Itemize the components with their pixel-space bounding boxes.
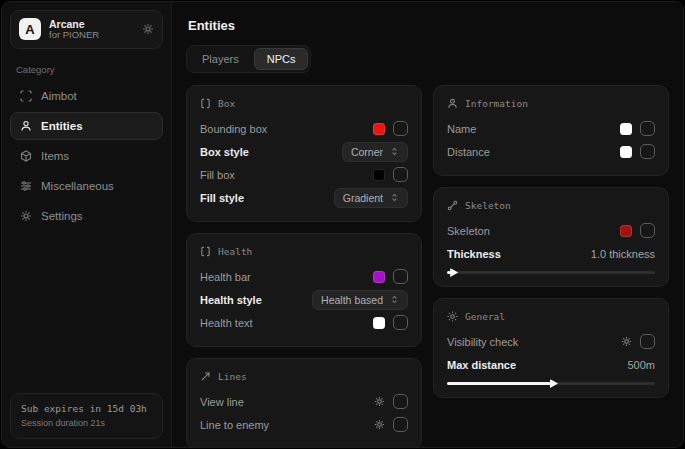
bone-icon (447, 200, 458, 211)
slider-thumb[interactable] (550, 379, 558, 388)
setting-row: Health style Health based (200, 288, 408, 311)
sliders-icon (20, 180, 32, 192)
thickness-slider[interactable] (447, 271, 655, 274)
sun-icon (447, 311, 458, 322)
cards-grid: Box Bounding box Box style Corner (186, 85, 669, 448)
chevron-up-down-icon (390, 147, 399, 156)
color-swatch[interactable] (373, 317, 385, 329)
person-icon (447, 98, 458, 109)
scan-icon (20, 90, 32, 102)
card-title: Box (218, 98, 235, 109)
health-bar-checkbox[interactable] (393, 269, 408, 284)
setting-row: Thickness 1.0 thickness (447, 242, 655, 265)
setting-row: Max distance 500m (447, 353, 655, 376)
entities-icon (20, 120, 32, 132)
chevron-up-down-icon (390, 193, 399, 202)
fill-style-dropdown[interactable]: Gradient (334, 188, 408, 208)
setting-row: Distance (447, 140, 655, 163)
setting-row: Box style Corner (200, 140, 408, 163)
line-to-enemy-checkbox[interactable] (393, 417, 408, 432)
setting-row: Fill box (200, 163, 408, 186)
setting-row: Visibility check (447, 330, 655, 353)
setting-row: View line (200, 390, 408, 413)
color-swatch[interactable] (620, 225, 632, 237)
sidebar-item-label: Entities (41, 120, 83, 132)
tab-players[interactable]: Players (189, 48, 252, 70)
logo-card: A Arcane for PIONER (10, 10, 163, 49)
diagonal-line-icon (200, 371, 211, 382)
main-content: Entities Players NPCs Box (172, 2, 683, 447)
gear-icon[interactable] (374, 396, 385, 407)
subscription-status: Sub expires in 15d 03h (21, 402, 152, 416)
tab-bar: Players NPCs (186, 45, 311, 73)
session-duration: Session duration 21s (21, 417, 152, 431)
card-title: General (465, 311, 505, 322)
thickness-value: 1.0 thickness (591, 248, 655, 260)
max-distance-slider[interactable] (447, 382, 655, 385)
information-card: Information Name Distance (433, 85, 669, 176)
max-distance-value: 500m (627, 359, 655, 371)
sidebar-item-label: Miscellaneous (41, 180, 114, 192)
sidebar-item-items[interactable]: Items (10, 142, 163, 170)
sidebar-item-label: Aimbot (41, 90, 77, 102)
general-card: General Visibility check (433, 298, 669, 398)
color-swatch[interactable] (373, 123, 385, 135)
lines-card: Lines View line (186, 358, 422, 448)
tab-npcs[interactable]: NPCs (254, 48, 309, 70)
setting-row: Skeleton (447, 219, 655, 242)
health-text-checkbox[interactable] (393, 315, 408, 330)
name-checkbox[interactable] (640, 121, 655, 136)
skeleton-card: Skeleton Skeleton Thickness 1.0 thicknes… (433, 187, 669, 287)
visibility-check-checkbox[interactable] (640, 334, 655, 349)
category-label: Category (16, 64, 157, 75)
card-title: Health (218, 246, 252, 257)
card-title: Skeleton (465, 200, 511, 211)
page-title: Entities (188, 18, 669, 33)
sidebar: A Arcane for PIONER Category Aim (2, 2, 172, 447)
color-swatch[interactable] (373, 271, 385, 283)
sidebar-item-miscellaneous[interactable]: Miscellaneous (10, 172, 163, 200)
app-subtitle: for PIONER (49, 30, 134, 41)
package-icon (20, 150, 32, 162)
card-title: Information (465, 98, 528, 109)
box-style-dropdown[interactable]: Corner (342, 142, 408, 162)
sidebar-item-entities[interactable]: Entities (10, 112, 163, 140)
brackets-icon (200, 246, 211, 257)
sidebar-item-label: Settings (41, 210, 83, 222)
slider-thumb[interactable] (450, 268, 458, 277)
gear-icon[interactable] (142, 23, 154, 35)
color-swatch[interactable] (620, 123, 632, 135)
setting-row: Health text (200, 311, 408, 334)
health-card: Health Health bar Health style Health ba… (186, 233, 422, 347)
subscription-card: Sub expires in 15d 03h Session duration … (10, 393, 163, 439)
chevron-up-down-icon (390, 295, 399, 304)
distance-checkbox[interactable] (640, 144, 655, 159)
setting-row: Line to enemy (200, 413, 408, 436)
setting-row: Bounding box (200, 117, 408, 140)
app-window: A Arcane for PIONER Category Aim (1, 1, 684, 448)
gear-icon (20, 210, 32, 222)
color-swatch[interactable] (373, 169, 385, 181)
sidebar-item-settings[interactable]: Settings (10, 202, 163, 230)
gear-icon[interactable] (374, 419, 385, 430)
setting-row: Name (447, 117, 655, 140)
sidebar-item-label: Items (41, 150, 69, 162)
box-card: Box Bounding box Box style Corner (186, 85, 422, 222)
setting-row: Fill style Gradient (200, 186, 408, 209)
card-title: Lines (218, 371, 247, 382)
sidebar-item-aimbot[interactable]: Aimbot (10, 82, 163, 110)
sidebar-nav: Aimbot Entities Items (10, 82, 163, 230)
health-style-dropdown[interactable]: Health based (312, 290, 408, 310)
fill-box-checkbox[interactable] (393, 167, 408, 182)
color-swatch[interactable] (620, 146, 632, 158)
skeleton-checkbox[interactable] (640, 223, 655, 238)
gear-icon[interactable] (621, 336, 632, 347)
app-logo: A (19, 18, 41, 40)
setting-row: Health bar (200, 265, 408, 288)
view-line-checkbox[interactable] (393, 394, 408, 409)
bounding-box-checkbox[interactable] (393, 121, 408, 136)
brackets-icon (200, 98, 211, 109)
